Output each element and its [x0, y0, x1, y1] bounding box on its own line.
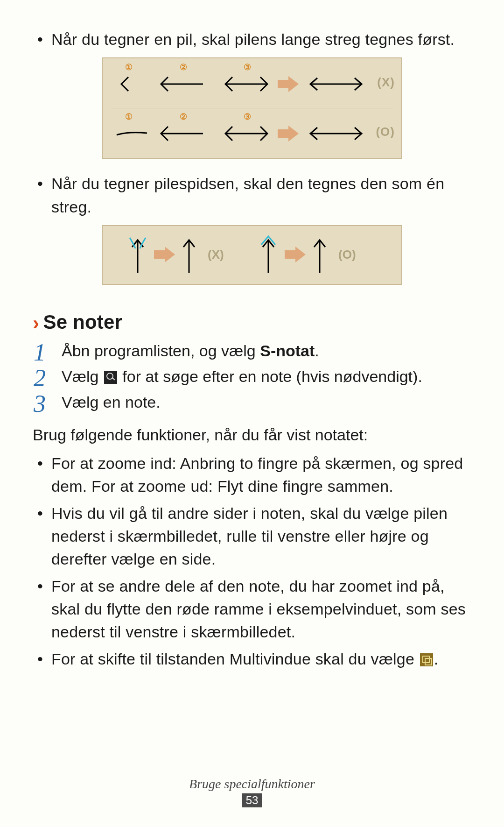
wrong-label: (X) — [377, 75, 395, 90]
page-number: 53 — [242, 793, 262, 807]
section-header: › Se noter — [33, 311, 471, 334]
manual-page: Når du tegner en pil, skal pilens lange … — [0, 0, 504, 827]
sub-bullet: For at se andre dele af den note, du har… — [33, 575, 471, 644]
step-text: Åbn programlisten, og vælg — [62, 342, 260, 360]
step-text: Vælg en note. — [62, 393, 161, 411]
footer-section-title: Bruge specialfunktioner — [0, 777, 504, 792]
arrowhead-sketch: (X) (O) — [103, 226, 401, 284]
svg-marker-9 — [154, 247, 175, 262]
step-1: 1 Åbn programlisten, og vælg S-notat. — [33, 339, 471, 363]
svg-marker-13 — [285, 247, 306, 262]
search-icon — [104, 371, 117, 384]
sub-bullet-multiwindow: For at skifte til tilstanden Multivindue… — [33, 648, 471, 671]
multiwindow-icon — [420, 653, 433, 666]
step-3: 3 Vælg en note. — [33, 390, 471, 414]
instruction-paragraph: Brug følgende funktioner, når du får vis… — [33, 424, 471, 446]
chevron-icon: › — [33, 312, 39, 334]
sub-bullet: Hvis du vil gå til andre sider i noten, … — [33, 502, 471, 571]
step-bold: S-notat — [260, 342, 315, 360]
step-text: Vælg — [62, 368, 103, 385]
intro-bullet-2: Når du tegner pilespidsen, skal den tegn… — [33, 172, 471, 219]
svg-text:(X): (X) — [208, 247, 224, 262]
correct-arrow-sketch — [103, 108, 401, 157]
svg-text:(O): (O) — [338, 247, 356, 262]
arrow-drawing-steps-illustration: ① ② ③ (X) — [102, 57, 402, 159]
wrong-arrow-sketch — [103, 58, 401, 108]
step-number: 3 — [34, 386, 46, 422]
svg-marker-6 — [278, 126, 299, 141]
step-2: 2 Vælg for at søge efter en note (hvis n… — [33, 365, 471, 389]
page-footer: Bruge specialfunktioner 53 — [0, 777, 504, 807]
arrowhead-stroke-illustration: (X) (O) — [102, 225, 402, 285]
sub-bullet: For at zoome ind: Anbring to fingre på s… — [33, 452, 471, 498]
section-title: Se noter — [43, 311, 122, 333]
intro-bullet-1: Når du tegner en pil, skal pilens lange … — [33, 28, 471, 51]
svg-marker-2 — [278, 76, 299, 92]
sub-bullet-list: For at zoome ind: Anbring to fingre på s… — [33, 452, 471, 671]
correct-label: (O) — [376, 125, 395, 139]
